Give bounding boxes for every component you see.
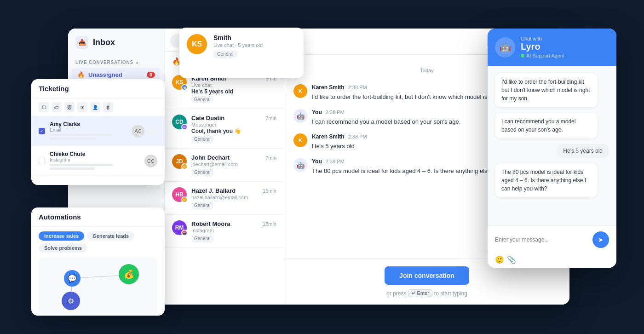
conv-name: Robert Moora	[191, 220, 230, 227]
automation-tag[interactable]: Increase sales	[39, 231, 84, 241]
lyro-user-message: He's 5 years old	[557, 144, 609, 158]
live-conversations-section: LIVE CONVERSATIONS ▲	[68, 56, 164, 67]
conv-time: 15min	[263, 188, 276, 194]
automation-tag[interactable]: Generate leads	[87, 231, 134, 241]
lyro-avatar: 🤖	[495, 37, 515, 58]
msg-time: 2:38 PM	[348, 85, 367, 90]
automations-canvas: 💬 💰 ⚙	[39, 257, 157, 316]
join-conversation-button[interactable]: Join conversation	[385, 266, 469, 285]
automation-tag[interactable]: Solve problems	[39, 243, 87, 253]
conv-name: Cate Dustin	[191, 115, 224, 121]
list-item[interactable]: RM 📷 Robert Moora 18min Instagram Genera…	[165, 215, 284, 248]
lyro-message-input[interactable]	[495, 236, 589, 243]
toolbar-icon[interactable]: 🗑	[103, 102, 113, 112]
avatar: K	[293, 133, 307, 147]
lyro-header: 🤖 Chat with Lyro AI Support Agent	[488, 29, 616, 66]
ticket-info: Chieko Chute Instagram	[50, 151, 140, 171]
conv-tag: General	[191, 202, 213, 208]
conv-channel: Live chat	[191, 82, 276, 88]
lyro-subtitle: Chat with	[521, 36, 564, 41]
toolbar-icon[interactable]: 👤	[90, 102, 100, 112]
conv-tag: General	[191, 169, 213, 175]
unassigned-badge: 8	[147, 72, 155, 78]
toolbar-icon[interactable]: 🖼	[64, 102, 75, 112]
attach-button[interactable]: 📎	[507, 255, 516, 264]
avatar: CC	[144, 155, 157, 167]
msg-sender: Karen Smith	[312, 133, 345, 140]
automations-tags: Increase sales Generate leads Solve prob…	[31, 227, 165, 257]
ticket-name: Amy Clarks	[50, 121, 127, 127]
online-dot	[521, 54, 524, 58]
chat-flow-node: 💬	[64, 270, 80, 287]
smith-sub: Live chat · 5 years old	[213, 42, 296, 48]
inbox-title: Inbox	[93, 38, 115, 47]
channel-dot: 📷	[181, 230, 188, 236]
avatar: JD @	[172, 154, 187, 169]
conv-tag: General	[191, 136, 213, 142]
conv-name: John Dechart	[191, 154, 230, 161]
list-item[interactable]: JD @ John Dechart 7min jdechart@email.co…	[165, 149, 284, 182]
avatar: CD m	[172, 115, 187, 129]
ticket-item[interactable]: Chieko Chute Instagram CC	[31, 146, 165, 176]
smith-name: Smith	[213, 34, 296, 41]
ticket-item[interactable]: ✓ Amy Clarks Email AC	[31, 116, 165, 146]
lyro-bot-message: The 80 pcs model is ideal for kids aged …	[495, 163, 598, 197]
unassigned-label: Unassigned	[88, 71, 122, 78]
conv-name: Hazel J. Ballard	[191, 187, 236, 194]
lyro-message: I'd like to order the fort-building kit,…	[495, 73, 598, 107]
conv-channel: Instagram	[191, 228, 276, 233]
lyro-send-button[interactable]: ➤	[592, 231, 609, 248]
msg-sender: You	[312, 158, 322, 165]
ticket-info: Amy Clarks Email	[50, 121, 127, 141]
conv-preview: He's 5 years old	[191, 88, 276, 95]
conv-time: 18min	[263, 221, 276, 227]
lyro-input-area: ➤	[488, 225, 616, 253]
bot-avatar: 🤖	[293, 158, 307, 172]
lyro-name: Lyro	[521, 41, 564, 52]
live-conv-label[interactable]: LIVE CONVERSATIONS ▲	[75, 60, 157, 65]
smith-card: KS Smith Live chat · 5 years old General	[179, 28, 304, 78]
msg-sender: You	[312, 109, 322, 115]
avatar: K	[293, 84, 307, 98]
automations-title: Automations	[31, 207, 165, 227]
conv-info: Cate Dustin 7min Messenger Cool, thank y…	[191, 115, 276, 143]
conv-tag: General	[191, 97, 213, 103]
checkbox-empty[interactable]	[39, 158, 45, 164]
ticket-channel: Email	[50, 127, 127, 132]
list-item[interactable]: HB @ Hazel J. Ballard 15min hazeljballar…	[165, 182, 284, 215]
ticket-channel: Instagram	[50, 157, 140, 162]
conversation-list: KS 💬 Karen Smith 5min Live chat He's 5 y…	[165, 69, 284, 305]
toolbar-icon[interactable]: ☐	[39, 102, 49, 112]
conv-channel: Messenger	[191, 122, 276, 127]
ticketing-toolbar: ☐ 🏷 🖼 ✉ 👤 🗑	[31, 98, 165, 116]
lyro-input-icons: 🙂 📎	[488, 253, 616, 268]
channel-dot: @	[181, 196, 188, 203]
conv-time: 7min	[265, 155, 276, 161]
inbox-icon: 📥	[75, 36, 88, 49]
cog-flow-node: ⚙	[62, 292, 80, 310]
press-hint: or press ↵ Enter to start typing	[386, 289, 467, 297]
smith-tag: General	[213, 51, 237, 58]
lyro-bot-message: I can recommend you a model based on you…	[495, 113, 598, 138]
msg-sender: Karen Smith	[312, 84, 345, 91]
toolbar-icon[interactable]: 🏷	[52, 102, 62, 112]
lyro-messages: I'd like to order the fort-building kit,…	[488, 66, 616, 225]
checkbox-checked[interactable]: ✓	[39, 128, 45, 134]
channel-dot: @	[181, 163, 188, 170]
avatar: RM 📷	[172, 220, 187, 235]
lyro-title: Chat with Lyro AI Support Agent	[521, 36, 564, 58]
list-item[interactable]: CD m Cate Dustin 7min Messenger Cool, th…	[165, 109, 284, 149]
toolbar-icon[interactable]: ✉	[77, 102, 87, 112]
chevron-icon: ▲	[135, 60, 139, 64]
lyro-panel: 🤖 Chat with Lyro AI Support Agent I'd li…	[488, 29, 616, 268]
msg-time: 2:38 PM	[326, 159, 345, 164]
automations-panel: Automations Increase sales Generate lead…	[31, 207, 165, 316]
bot-avatar: 🤖	[293, 109, 307, 123]
fire-icon: 🔥	[77, 71, 85, 78]
conv-tag: General	[191, 236, 213, 242]
conv-time: 7min	[265, 115, 276, 121]
emoji-button[interactable]: 🙂	[495, 255, 504, 264]
conv-channel: hazeljballard@email.com	[191, 195, 276, 200]
conv-preview: Cool, thank you 👋	[191, 128, 276, 134]
assign-icon[interactable]	[149, 127, 157, 135]
